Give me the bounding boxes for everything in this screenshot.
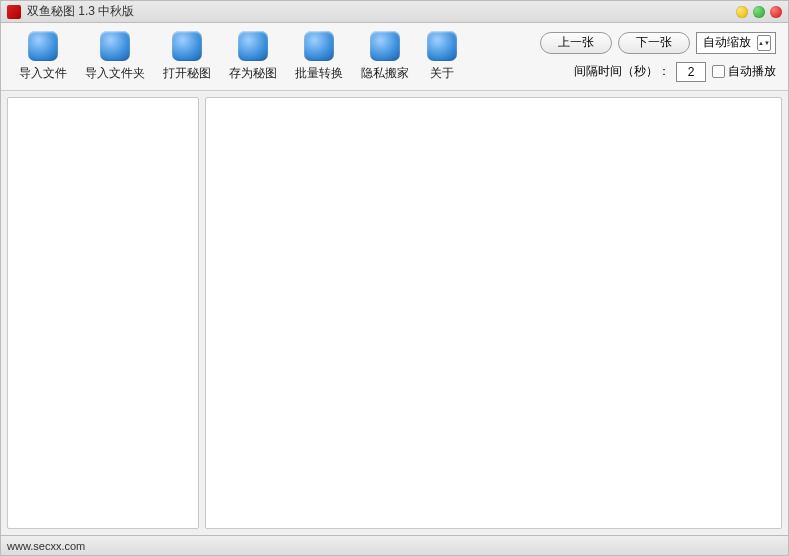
- toolbar-items: 导入文件 导入文件夹 打开秘图 存为秘图 批量转换 隐私搬家: [9, 31, 457, 82]
- toolbar-item-label: 打开秘图: [163, 65, 211, 82]
- autoplay-checkbox[interactable]: 自动播放: [712, 63, 776, 80]
- import-file-icon: [28, 31, 58, 61]
- save-image-button[interactable]: 存为秘图: [229, 31, 277, 82]
- open-image-button[interactable]: 打开秘图: [163, 31, 211, 82]
- zoom-mode-dropdown[interactable]: 自动缩放 ▲▼: [696, 32, 776, 54]
- stepper-arrows-icon: ▲▼: [757, 35, 771, 51]
- maximize-button[interactable]: [753, 6, 765, 18]
- toolbar-item-label: 批量转换: [295, 65, 343, 82]
- zoom-mode-value: 自动缩放: [703, 34, 751, 51]
- import-file-button[interactable]: 导入文件: [19, 31, 67, 82]
- side-panel: [7, 97, 199, 529]
- privacy-move-icon: [370, 31, 400, 61]
- toolbar-item-label: 隐私搬家: [361, 65, 409, 82]
- batch-convert-button[interactable]: 批量转换: [295, 31, 343, 82]
- privacy-move-button[interactable]: 隐私搬家: [361, 31, 409, 82]
- about-button[interactable]: 关于: [427, 31, 457, 82]
- minimize-button[interactable]: [736, 6, 748, 18]
- open-image-icon: [172, 31, 202, 61]
- app-icon: [7, 5, 21, 19]
- toolbar-controls: 上一张 下一张 自动缩放 ▲▼ 间隔时间（秒）： 自动播放: [540, 32, 780, 82]
- save-image-icon: [238, 31, 268, 61]
- app-window: 双鱼秘图 1.3 中秋版 导入文件 导入文件夹 打开秘图 存为秘图: [0, 0, 789, 556]
- status-bar: www.secxx.com: [1, 535, 788, 555]
- about-icon: [427, 31, 457, 61]
- window-title: 双鱼秘图 1.3 中秋版: [27, 3, 731, 20]
- toolbar: 导入文件 导入文件夹 打开秘图 存为秘图 批量转换 隐私搬家: [1, 23, 788, 91]
- prev-button-label: 上一张: [558, 34, 594, 51]
- interval-input[interactable]: [676, 62, 706, 82]
- title-bar: 双鱼秘图 1.3 中秋版: [1, 1, 788, 23]
- toolbar-item-label: 存为秘图: [229, 65, 277, 82]
- autoplay-label: 自动播放: [728, 63, 776, 80]
- import-folder-icon: [100, 31, 130, 61]
- main-panel: [205, 97, 782, 529]
- close-button[interactable]: [770, 6, 782, 18]
- content-area: [1, 91, 788, 535]
- next-button[interactable]: 下一张: [618, 32, 690, 54]
- toolbar-item-label: 关于: [430, 65, 454, 82]
- toolbar-item-label: 导入文件: [19, 65, 67, 82]
- prev-button[interactable]: 上一张: [540, 32, 612, 54]
- interval-label: 间隔时间（秒）：: [574, 63, 670, 80]
- next-button-label: 下一张: [636, 34, 672, 51]
- batch-convert-icon: [304, 31, 334, 61]
- toolbar-item-label: 导入文件夹: [85, 65, 145, 82]
- checkbox-icon: [712, 65, 725, 78]
- import-folder-button[interactable]: 导入文件夹: [85, 31, 145, 82]
- status-text: www.secxx.com: [7, 540, 85, 552]
